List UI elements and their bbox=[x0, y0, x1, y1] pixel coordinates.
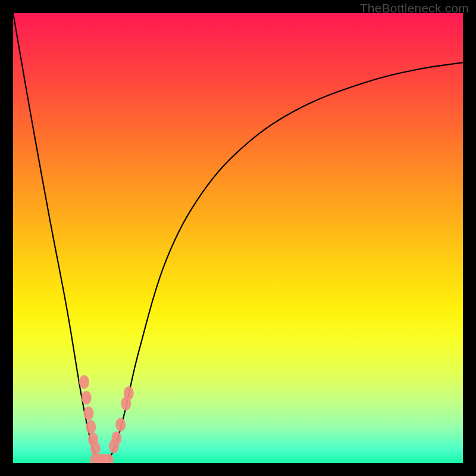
bottleneck-curve bbox=[13, 13, 463, 463]
data-marker bbox=[82, 391, 92, 405]
data-marker bbox=[115, 418, 126, 431]
bottleneck-curve-path bbox=[13, 13, 463, 463]
data-marker bbox=[90, 441, 101, 455]
data-marker bbox=[111, 431, 121, 445]
curve-layer bbox=[13, 13, 463, 463]
plot-area bbox=[13, 13, 463, 463]
data-marker bbox=[84, 406, 94, 420]
data-marker bbox=[86, 420, 96, 434]
data-marker bbox=[124, 386, 134, 400]
chart-frame: TheBottleneck.com bbox=[0, 0, 476, 476]
watermark-text: TheBottleneck.com bbox=[360, 1, 469, 15]
marker-dots bbox=[79, 375, 134, 463]
data-marker bbox=[79, 375, 89, 389]
